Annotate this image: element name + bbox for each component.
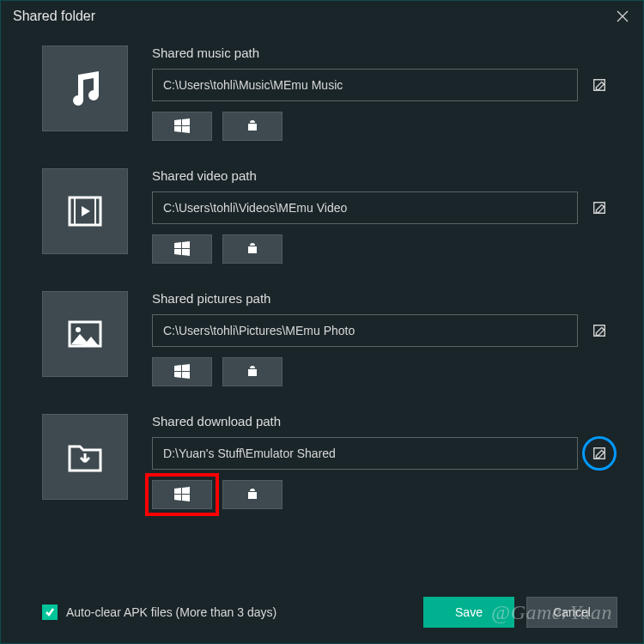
row-music: Shared music path	[42, 46, 609, 141]
pictures-tile	[42, 291, 128, 377]
android-icon	[245, 364, 260, 380]
pictures-icon	[64, 313, 106, 355]
auto-clear-checkbox[interactable]: Auto-clear APK files (More than 3 days)	[42, 605, 276, 620]
close-button[interactable]	[614, 8, 631, 25]
video-tile	[42, 168, 128, 254]
save-button[interactable]: Save	[423, 597, 514, 628]
footer: Auto-clear APK files (More than 3 days) …	[1, 581, 643, 643]
android-icon	[245, 487, 260, 502]
edit-icon	[592, 323, 607, 338]
row-video: Shared video path	[42, 168, 609, 264]
download-tile	[42, 414, 128, 500]
titlebar: Shared folder	[1, 1, 643, 32]
window-title: Shared folder	[13, 9, 95, 24]
edit-icon	[592, 446, 607, 461]
music-open-android-button[interactable]	[222, 112, 283, 141]
pictures-label: Shared pictures path	[152, 291, 609, 306]
video-label: Shared video path	[152, 168, 609, 183]
edit-icon	[592, 77, 607, 93]
music-icon	[64, 68, 106, 109]
video-open-android-button[interactable]	[222, 234, 283, 264]
row-pictures: Shared pictures path	[42, 291, 609, 386]
download-folder-icon	[64, 436, 106, 477]
content: Shared music path Shared video path	[1, 32, 643, 509]
download-edit-button[interactable]	[590, 444, 609, 463]
video-icon	[64, 191, 106, 232]
pictures-open-android-button[interactable]	[222, 357, 283, 386]
pictures-open-windows-button[interactable]	[152, 357, 212, 386]
download-path-input[interactable]	[152, 437, 578, 470]
checkbox-checked-icon	[42, 605, 58, 620]
download-open-windows-button[interactable]	[152, 480, 212, 509]
windows-icon	[174, 487, 190, 502]
windows-icon	[174, 364, 190, 380]
music-tile	[42, 46, 128, 131]
cancel-button[interactable]: Cancel	[526, 597, 617, 628]
windows-icon	[174, 241, 190, 257]
svg-point-4	[76, 327, 81, 332]
download-label: Shared download path	[152, 414, 609, 428]
windows-icon	[174, 118, 190, 134]
music-path-input[interactable]	[152, 69, 578, 101]
svg-rect-2	[95, 197, 100, 225]
music-edit-button[interactable]	[590, 76, 609, 94]
download-open-android-button[interactable]	[222, 480, 283, 509]
android-icon	[245, 118, 260, 134]
android-icon	[245, 241, 260, 257]
pictures-edit-button[interactable]	[590, 321, 609, 340]
close-icon	[617, 10, 629, 22]
video-open-windows-button[interactable]	[152, 234, 212, 264]
svg-rect-1	[70, 197, 75, 225]
music-label: Shared music path	[152, 46, 609, 60]
edit-icon	[592, 200, 607, 216]
video-edit-button[interactable]	[590, 198, 609, 217]
row-download: Shared download path	[42, 414, 609, 509]
auto-clear-label: Auto-clear APK files (More than 3 days)	[66, 605, 276, 619]
music-open-windows-button[interactable]	[152, 112, 212, 141]
pictures-path-input[interactable]	[152, 314, 578, 347]
video-path-input[interactable]	[152, 191, 578, 224]
